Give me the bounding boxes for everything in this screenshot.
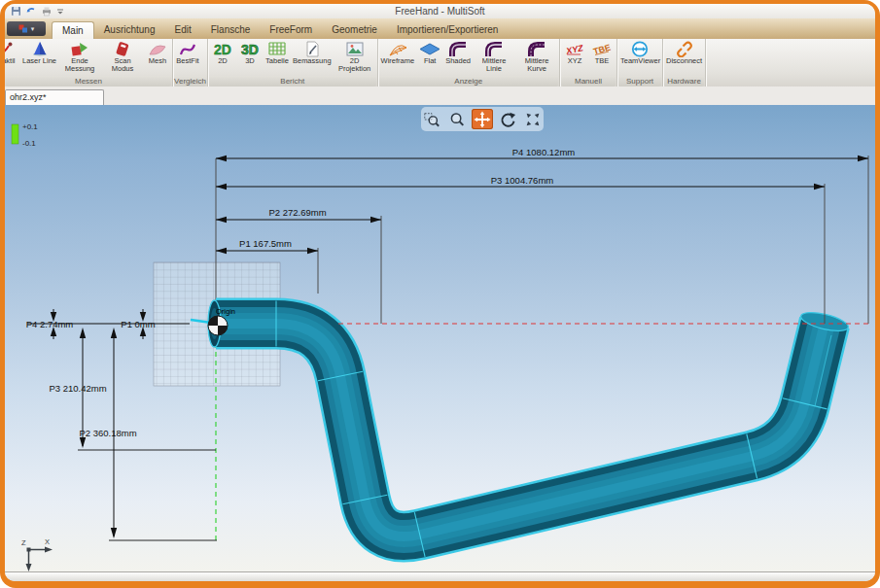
title-bar: FreeHand - MultiSoft: [5, 4, 875, 18]
teamviewer-button[interactable]: TeamViewer: [618, 40, 661, 65]
ribbon-group-label: Anzeige: [379, 76, 558, 86]
mittlere-kurve-icon: [525, 41, 548, 57]
scan-modus-button[interactable]: Scan Modus: [101, 40, 144, 73]
flat-button[interactable]: Flat: [416, 40, 443, 65]
viewport-canvas[interactable]: +0.1 -0.1: [5, 105, 875, 571]
dimension-horizontal-p1: P1 167.5mm: [216, 238, 318, 254]
mesh-button[interactable]: Mesh: [144, 40, 171, 65]
mittlere-linie-icon: [482, 41, 506, 57]
quick-access-toolbar: [5, 6, 64, 17]
svg-text:P4 2.74mm: P4 2.74mm: [26, 319, 74, 329]
print-icon[interactable]: [41, 6, 53, 17]
wireframe-button[interactable]: Wireframe: [379, 40, 417, 65]
shaded-icon: [446, 41, 470, 57]
ende-messung-button[interactable]: Ende Messung: [58, 40, 101, 73]
app-window: FreeHand - MultiSoft ▾ Main Ausrichtung …: [5, 4, 875, 581]
laser-line-button[interactable]: Laser Line: [20, 40, 58, 65]
dimension-horizontal-p3: P3 1004.76mm: [216, 175, 825, 190]
zoom-icon[interactable]: [446, 109, 468, 129]
projektion-2d-button[interactable]: 2D Projektion: [334, 40, 376, 73]
3d-icon: 3D: [238, 41, 262, 57]
taktil-button[interactable]: Taktil: [5, 40, 20, 65]
color-scale: +0.1 -0.1: [12, 122, 38, 148]
tab-ausrichtung[interactable]: Ausrichtung: [94, 21, 165, 39]
fit-icon[interactable]: [522, 109, 544, 129]
dimension-extension-lines-right: [825, 156, 868, 324]
axis-triad: X Z: [21, 537, 53, 571]
ribbon-group-label: Messen: [6, 76, 171, 86]
svg-text:-0.1: -0.1: [22, 139, 36, 148]
status-bar: [5, 571, 875, 581]
svg-text:P3 1004.76mm: P3 1004.76mm: [491, 175, 554, 186]
taktil-icon: [5, 41, 18, 57]
bemassung-button[interactable]: Bemassung: [291, 40, 334, 65]
ribbon-group-label: Manuell: [561, 76, 616, 86]
tbe-button[interactable]: TBE TBE: [588, 40, 616, 65]
pipe-model[interactable]: [208, 300, 850, 557]
flat-icon: [418, 41, 441, 57]
ribbon-group-label: Support: [618, 76, 661, 86]
window-frame: FreeHand - MultiSoft ▾ Main Ausrichtung …: [0, 0, 880, 588]
svg-text:P2 360.18mm: P2 360.18mm: [79, 428, 136, 438]
2d-projektion-icon: [344, 41, 366, 57]
axis-x-label: X: [45, 537, 50, 546]
disconnect-button[interactable]: Disconnect: [664, 40, 704, 65]
ribbon-group-vergleich: BestFit Vergleich: [173, 39, 208, 86]
laser-line-icon: [29, 41, 51, 57]
ribbon-group-label: Vergleich: [174, 76, 206, 86]
tab-main[interactable]: Main: [52, 21, 94, 39]
svg-text:2D: 2D: [214, 42, 231, 57]
save-icon[interactable]: [11, 6, 21, 17]
bestfit-icon: [177, 41, 198, 57]
ribbon: Taktil Laser Line Ende Messung Scan Modu…: [5, 39, 875, 87]
svg-text:+0.1: +0.1: [22, 122, 38, 131]
tabelle-icon: [266, 41, 288, 57]
bemassung-icon: [301, 41, 323, 57]
ribbon-group-support: TeamViewer Support: [617, 39, 663, 86]
tbe-icon: TBE: [590, 41, 614, 57]
svg-text:P3 210.42mm: P3 210.42mm: [49, 383, 106, 394]
xyz-icon: XYZ: [563, 41, 586, 57]
scan-modus-icon: [112, 41, 133, 57]
svg-text:3D: 3D: [241, 42, 259, 57]
mittlere-linie-button[interactable]: Mittlere Linie: [473, 40, 515, 73]
mesh-icon: [147, 41, 168, 57]
tab-edit[interactable]: Edit: [165, 21, 201, 39]
bestfit-button[interactable]: BestFit: [174, 40, 201, 65]
screenshot-stage: FreeHand - MultiSoft ▾ Main Ausrichtung …: [0, 0, 880, 588]
tab-importieren-exportieren[interactable]: Importieren/Exportieren: [387, 21, 509, 39]
application-menu-icon: [18, 24, 28, 33]
ribbon-group-label: Bericht: [209, 76, 376, 86]
mittlere-kurve-button[interactable]: Mittlere Kurve: [515, 40, 558, 73]
pan-icon[interactable]: [472, 109, 493, 129]
toolbar-options-icon[interactable]: [56, 6, 64, 17]
bericht-2d-button[interactable]: 2D 2D: [209, 40, 236, 65]
shaded-button[interactable]: Shaded: [443, 40, 473, 65]
bericht-3d-button[interactable]: 3D 3D: [236, 40, 264, 65]
disconnect-icon: [674, 41, 695, 57]
axis-z-label: Z: [21, 538, 26, 547]
tab-freeform[interactable]: FreeForm: [260, 21, 322, 39]
wireframe-icon: [386, 41, 409, 57]
view-toolbar: [421, 107, 544, 131]
svg-text:P2 272.69mm: P2 272.69mm: [268, 207, 326, 218]
tab-geometrie[interactable]: Geometrie: [322, 21, 387, 39]
ende-messung-icon: [69, 41, 90, 57]
window-title: FreeHand - MultiSoft: [5, 6, 875, 17]
application-menu-button[interactable]: ▾: [7, 21, 46, 36]
viewport[interactable]: +0.1 -0.1: [5, 105, 875, 571]
rotate-icon[interactable]: [497, 109, 518, 129]
undo-icon[interactable]: [25, 6, 37, 17]
xyz-button[interactable]: XYZ XYZ: [561, 40, 588, 65]
zoom-window-icon[interactable]: [421, 109, 442, 129]
dimension-horizontal-p4: P4 1080.12mm: [216, 147, 868, 161]
svg-text:P1 167.5mm: P1 167.5mm: [239, 238, 292, 249]
2d-icon: 2D: [211, 41, 234, 57]
ribbon-group-bericht: 2D 2D 3D 3D Tabelle Bemassung 2D Pr: [208, 39, 378, 86]
tab-flansche[interactable]: Flansche: [201, 21, 261, 39]
ribbon-group-manuell: XYZ XYZ TBE TBE Manuell: [560, 39, 617, 86]
document-tab[interactable]: ohr2.xyz*: [5, 89, 104, 105]
tabelle-button[interactable]: Tabelle: [264, 40, 291, 65]
ribbon-group-messen: Taktil Laser Line Ende Messung Scan Modu…: [5, 39, 173, 86]
origin-label: Origin: [216, 307, 235, 316]
